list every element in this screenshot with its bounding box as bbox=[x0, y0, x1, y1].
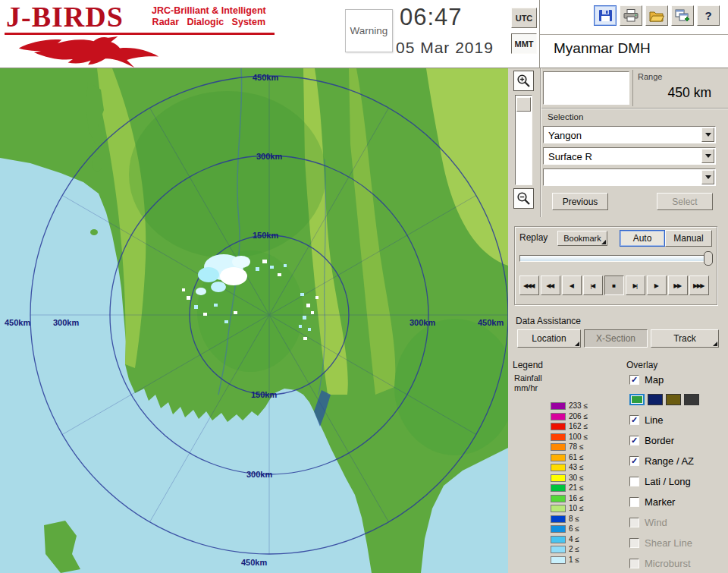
legend-row: 8 ≤ bbox=[551, 515, 588, 523]
legend-row: 10 ≤ bbox=[551, 505, 588, 512]
checkbox[interactable]: ✓ bbox=[629, 375, 639, 385]
add-window-button[interactable] bbox=[671, 5, 694, 26]
site-dropdown-value: Yangon bbox=[548, 130, 582, 141]
checkbox bbox=[629, 518, 639, 527]
zoom-in-button[interactable] bbox=[513, 71, 534, 91]
play-reverse-button[interactable]: ◀ bbox=[562, 275, 582, 295]
manual-mode-button[interactable]: Manual bbox=[665, 230, 712, 247]
overlay-option-line[interactable]: ✓ Line bbox=[629, 414, 726, 426]
logo-subtitle-line1: JRC-Brilliant & Intelligent bbox=[152, 5, 266, 17]
auto-mode-button[interactable]: Auto bbox=[620, 230, 665, 247]
replay-label: Replay bbox=[519, 232, 548, 243]
corner-triangle-icon bbox=[601, 240, 606, 244]
product-dropdown-value: Surface R bbox=[548, 151, 592, 162]
fast-forward-button[interactable]: ▶▶ bbox=[668, 275, 688, 295]
overlay-option-lati-long[interactable]: Lati / Long bbox=[629, 475, 726, 487]
select-button: Select bbox=[657, 193, 713, 210]
save-button[interactable] bbox=[594, 5, 617, 26]
color-swatch bbox=[551, 484, 566, 492]
map-color-swatch-olive[interactable] bbox=[666, 394, 681, 405]
chevron-down-icon[interactable] bbox=[701, 149, 714, 163]
help-button[interactable]: ? bbox=[697, 5, 720, 26]
track-button[interactable]: Track bbox=[651, 329, 719, 348]
range-label: 300km bbox=[410, 318, 435, 327]
replay-group: Replay Bookmark Auto Manual ◀◀◀ ◀◀ ◀ |◀ … bbox=[514, 226, 717, 305]
range-label: 450km bbox=[253, 73, 278, 82]
bookmark-button[interactable]: Bookmark bbox=[557, 231, 607, 246]
print-button[interactable] bbox=[620, 5, 642, 26]
replay-timeline-slider[interactable] bbox=[519, 255, 712, 262]
overlay-option-range-az[interactable]: ✓ Range / AZ bbox=[629, 455, 726, 467]
control-panel: Range 450 km Selection Yangon Surface R … bbox=[508, 68, 728, 573]
previous-button[interactable]: Previous bbox=[552, 193, 608, 210]
zoom-out-button[interactable] bbox=[513, 188, 534, 209]
chevron-down-icon[interactable] bbox=[701, 128, 714, 142]
chevron-down-icon[interactable] bbox=[701, 170, 714, 184]
range-label-text: Range bbox=[638, 72, 717, 81]
bookmark-label: Bookmark bbox=[563, 234, 601, 243]
overlay-option-microburst: Microburst bbox=[629, 557, 726, 569]
skip-to-start-button[interactable]: ◀◀◀ bbox=[519, 275, 539, 295]
product-dropdown[interactable]: Surface R bbox=[543, 147, 716, 165]
zoom-slider-handle[interactable] bbox=[516, 97, 531, 112]
step-back-button[interactable]: |◀ bbox=[583, 275, 603, 295]
color-swatch bbox=[551, 505, 566, 512]
playback-controls: ◀◀◀ ◀◀ ◀ |◀ ■ ▶| ▶ ▶▶ ▶▶▶ bbox=[519, 275, 714, 296]
step-forward-button[interactable]: ▶| bbox=[626, 275, 645, 295]
map-color-options bbox=[629, 394, 726, 406]
legend-row: 4 ≤ bbox=[551, 536, 588, 543]
fast-rewind-button[interactable]: ◀◀ bbox=[541, 275, 560, 295]
header-bar: J-BIRDS JRC-Brilliant & Intelligent Rada… bbox=[0, 0, 728, 68]
map-color-swatch-navy[interactable] bbox=[648, 394, 663, 405]
zoom-slider[interactable] bbox=[515, 95, 532, 185]
checkbox[interactable] bbox=[629, 497, 639, 507]
range-label: 300km bbox=[53, 318, 79, 327]
overlay-options: ✓ Map ✓ Line ✓ Border ✓ Range / AZ bbox=[629, 373, 726, 573]
app-logo-title: J-BIRDS bbox=[6, 0, 124, 33]
color-swatch bbox=[551, 423, 566, 430]
checkbox[interactable]: ✓ bbox=[629, 415, 639, 425]
rainfall-color-scale: 233 ≤ 206 ≤ 162 ≤ 100 ≤ 78 ≤ 61 ≤ 43 ≤ 3… bbox=[551, 402, 588, 566]
legend-units: Rainfall mm/hr bbox=[514, 373, 542, 393]
color-swatch bbox=[551, 464, 566, 471]
overlay-option-border[interactable]: ✓ Border bbox=[629, 434, 726, 446]
legend-row: 43 ≤ bbox=[551, 464, 588, 471]
site-dropdown[interactable]: Yangon bbox=[543, 126, 716, 143]
option-dropdown[interactable] bbox=[543, 168, 716, 186]
legend-row: 233 ≤ bbox=[551, 402, 588, 410]
map-color-swatch-dark[interactable] bbox=[684, 394, 699, 405]
range-label: 300km bbox=[256, 152, 282, 161]
legend-row: 1 ≤ bbox=[551, 556, 588, 564]
warning-indicator[interactable]: Warning bbox=[345, 9, 393, 52]
color-swatch bbox=[551, 402, 566, 410]
color-swatch bbox=[551, 454, 566, 461]
stop-button[interactable]: ■ bbox=[604, 275, 624, 295]
play-button[interactable]: ▶ bbox=[647, 275, 667, 295]
radar-map-canvas[interactable]: 450km 300km 150km 150km 300km 450km 450k… bbox=[0, 68, 508, 573]
map-color-swatch-green[interactable] bbox=[629, 394, 645, 405]
clock-date: 05 Mar 2019 bbox=[396, 39, 494, 57]
checkbox[interactable]: ✓ bbox=[629, 436, 639, 445]
magnifier-minus-icon bbox=[516, 191, 531, 206]
skip-to-end-button[interactable]: ▶▶▶ bbox=[689, 275, 709, 295]
replay-slider-handle[interactable] bbox=[704, 251, 713, 266]
checkbox[interactable]: ✓ bbox=[629, 456, 639, 466]
range-label: 450km bbox=[241, 558, 267, 567]
legend-unit-line1: Rainfall bbox=[514, 373, 542, 383]
open-file-button[interactable] bbox=[645, 5, 668, 26]
legend-row: 6 ≤ bbox=[551, 525, 588, 533]
overlay-option-map[interactable]: ✓ Map bbox=[629, 373, 726, 386]
section-separator bbox=[541, 108, 728, 109]
selection-label: Selection bbox=[548, 112, 583, 121]
checkbox[interactable] bbox=[629, 477, 639, 486]
range-info: Range 450 km bbox=[632, 70, 717, 106]
data-assistance-label: Data Assistance bbox=[516, 316, 581, 326]
corner-triangle-icon bbox=[575, 342, 579, 346]
utc-button[interactable]: UTC bbox=[511, 8, 537, 28]
legend-row: 16 ≤ bbox=[551, 495, 588, 502]
location-button[interactable]: Location bbox=[517, 329, 581, 348]
overlay-option-wind: Wind bbox=[629, 516, 726, 528]
mmt-button[interactable]: MMT bbox=[511, 33, 537, 54]
range-label: 450km bbox=[5, 318, 30, 327]
overlay-option-marker[interactable]: Marker bbox=[629, 496, 726, 508]
